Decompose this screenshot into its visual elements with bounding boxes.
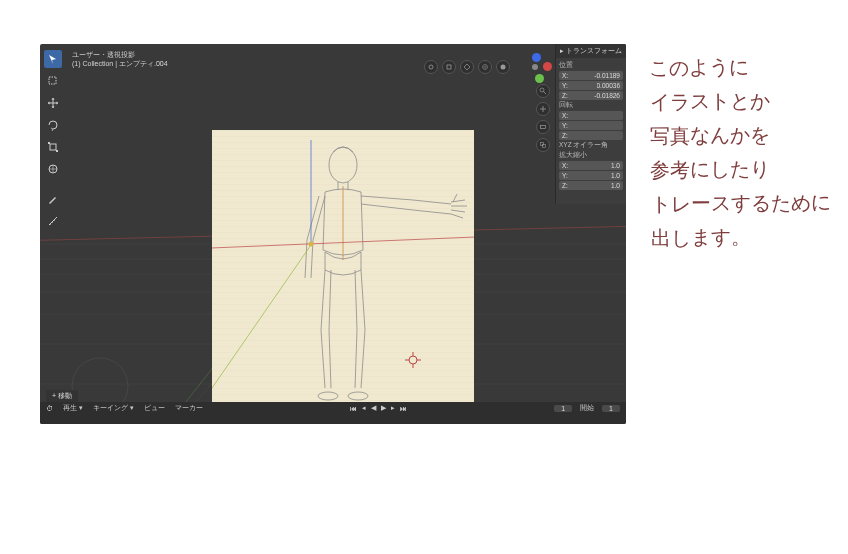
gizmo-toggle-icon[interactable] [442, 60, 456, 74]
move-tool[interactable] [44, 94, 62, 112]
gizmo-y-axis[interactable] [535, 74, 544, 83]
rotation-mode[interactable]: XYZ オイラー角 [559, 141, 623, 150]
left-toolbar [44, 50, 62, 230]
measure-tool[interactable] [44, 212, 62, 230]
timeline-track[interactable] [40, 414, 626, 424]
svg-rect-6 [447, 65, 451, 69]
svg-point-28 [329, 147, 357, 183]
playback-controls: ⏮ ◂ ◀ ▶ ▸ ⏭ [350, 404, 407, 412]
transform-panel: ▸ トランスフォーム 位置 X:-0.01189 Y:0.00036 Z:-0.… [555, 44, 626, 204]
scale-z-field[interactable]: Z:1.0 [559, 181, 623, 190]
svg-line-32 [212, 235, 474, 250]
svg-line-33 [212, 242, 313, 406]
svg-rect-11 [541, 143, 544, 146]
axis-overlay [212, 130, 474, 406]
gizmo-x-axis[interactable] [543, 62, 552, 71]
menu-playback[interactable]: 再生 ▾ [63, 403, 83, 413]
next-key-icon[interactable]: ▸ [391, 404, 395, 412]
transform-panel-header[interactable]: ▸ トランスフォーム [556, 44, 626, 58]
svg-rect-1 [50, 144, 56, 150]
viewport-nav-buttons [536, 84, 550, 152]
svg-point-35 [309, 242, 314, 247]
timeline-menubar: ⏱ 再生 ▾ キーイング ▾ ビュー マーカー ⏮ ◂ ◀ ▶ ▸ ⏭ 1 開始… [40, 402, 626, 414]
svg-point-31 [409, 356, 417, 364]
perspective-toggle-icon[interactable] [536, 138, 550, 152]
menu-keying[interactable]: キーイング ▾ [93, 403, 134, 413]
viewport-overlays [424, 50, 552, 84]
pan-icon[interactable] [536, 102, 550, 116]
overlay-toggle-icon[interactable] [424, 60, 438, 74]
svg-rect-10 [541, 126, 546, 129]
svg-point-30 [348, 392, 368, 400]
rotation-subheading: 回転 [559, 101, 623, 110]
svg-point-29 [318, 392, 338, 400]
svg-rect-12 [543, 145, 546, 148]
gizmo-z-axis[interactable] [532, 53, 541, 62]
camera-view-icon[interactable] [536, 120, 550, 134]
gizmo-center [532, 64, 538, 70]
play-icon[interactable]: ▶ [381, 404, 386, 412]
scale-x-field[interactable]: X:1.0 [559, 161, 623, 170]
location-x-field[interactable]: X:-0.01189 [559, 71, 623, 80]
svg-rect-2 [48, 142, 50, 144]
menu-view[interactable]: ビュー [144, 403, 165, 413]
zoom-icon[interactable] [536, 84, 550, 98]
cursor-tool[interactable] [44, 50, 62, 68]
start-label: 開始 [580, 403, 594, 413]
start-frame-field[interactable]: 1 [602, 405, 620, 412]
svg-rect-0 [49, 77, 56, 84]
orientation-gizmo[interactable] [518, 50, 552, 84]
rotation-x-field[interactable]: X: [559, 111, 623, 120]
active-tool-indicator[interactable]: + 移動 [46, 390, 78, 402]
scale-subheading: 拡大縮小 [559, 151, 623, 160]
rotate-tool[interactable] [44, 116, 62, 134]
jump-end-icon[interactable]: ⏭ [400, 405, 407, 412]
blender-viewport-window: ユーザー・透視投影 (1) Collection | エンプティ.004 [40, 44, 626, 424]
scale-y-field[interactable]: Y:1.0 [559, 171, 623, 180]
annotate-tool[interactable] [44, 190, 62, 208]
rotation-z-field[interactable]: Z: [559, 131, 623, 140]
shading-solid-icon[interactable] [496, 60, 510, 74]
shading-wireframe-icon[interactable] [478, 60, 492, 74]
prev-key-icon[interactable]: ◂ [362, 404, 366, 412]
svg-point-5 [429, 65, 433, 69]
reference-image-plane[interactable] [212, 130, 474, 406]
jump-start-icon[interactable]: ⏮ [350, 405, 357, 412]
location-subheading: 位置 [559, 61, 623, 70]
transform-tool[interactable] [44, 160, 62, 178]
svg-point-8 [501, 65, 506, 70]
svg-point-4 [49, 165, 57, 173]
menu-marker[interactable]: マーカー [175, 403, 203, 413]
timeline-editor-icon[interactable]: ⏱ [46, 405, 53, 412]
location-z-field[interactable]: Z:-0.01826 [559, 91, 623, 100]
location-y-field[interactable]: Y:0.00036 [559, 81, 623, 90]
play-reverse-icon[interactable]: ◀ [371, 404, 376, 412]
rotation-y-field[interactable]: Y: [559, 121, 623, 130]
scale-tool[interactable] [44, 138, 62, 156]
handwritten-annotation: このように イラストとか 写真なんかを 参考にしたり トレースするために 出しま… [649, 49, 831, 255]
select-box-tool[interactable] [44, 72, 62, 90]
xray-toggle-icon[interactable] [460, 60, 474, 74]
character-sketch [212, 130, 474, 406]
current-frame-field[interactable]: 1 [554, 405, 572, 412]
svg-rect-3 [56, 150, 58, 152]
svg-point-27 [72, 358, 128, 406]
svg-point-9 [540, 88, 544, 92]
